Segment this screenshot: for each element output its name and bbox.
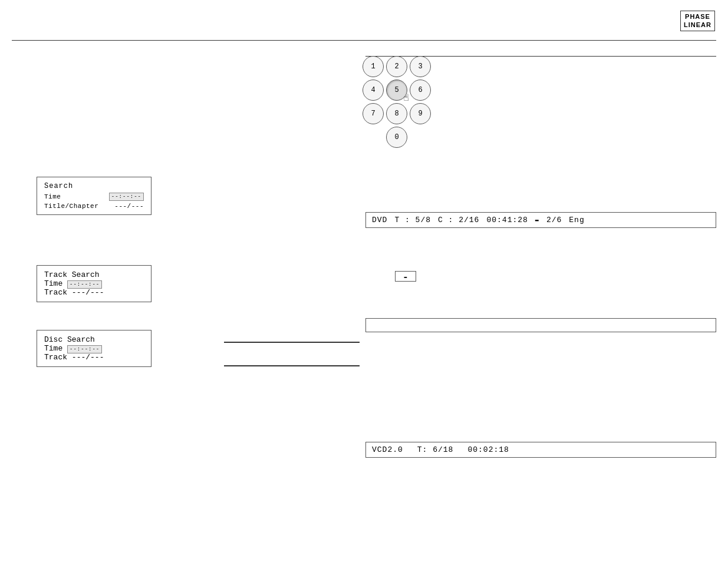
- dvd-chapter-info: C : 2/16: [438, 216, 479, 224]
- disc-search-time-label: Time: [44, 344, 62, 353]
- small-icon-box: ▬: [395, 271, 416, 282]
- vcd-status-bar: VCD2.0 T: 6/18 00:02:18: [365, 442, 716, 458]
- disc-search-time-row: Time --:--:--: [44, 344, 144, 353]
- numpad-key-2[interactable]: 2: [386, 56, 407, 77]
- numpad-key-5[interactable]: 5 ☝: [386, 80, 407, 101]
- track-search-time-value: --:--:--: [67, 280, 102, 289]
- dvd-search-time-row: Time --:--:--: [44, 193, 144, 201]
- dvd-search-time-label: Time: [44, 193, 61, 200]
- small-icon-symbol: ▬: [404, 274, 407, 279]
- dvd-search-title: Search: [44, 182, 144, 190]
- dvd-search-box: Search Time --:--:-- Title/Chapter ---/-…: [37, 177, 151, 215]
- top-divider: [12, 40, 716, 41]
- disc-search-time-value: --:--:--: [67, 345, 102, 353]
- dvd-title-info: T : 5/8: [394, 216, 431, 224]
- numpad-key-6[interactable]: 6: [410, 80, 431, 101]
- dvd-search-chapter-label: Title/Chapter: [44, 203, 98, 210]
- numpad-key-9[interactable]: 9: [410, 103, 431, 124]
- vcd-time-info: 00:02:18: [467, 445, 509, 454]
- track-search-track-value: ---/---: [72, 288, 104, 297]
- numpad: 1 2 3 4 5 ☝ 6 7 8 9 0: [363, 56, 431, 148]
- vcd-track-info: T: 6/18: [417, 445, 454, 454]
- numpad-key-7[interactable]: 7: [363, 103, 384, 124]
- numpad-key-4[interactable]: 4: [363, 80, 384, 101]
- dvd-search-chapter-value: ---/---: [114, 203, 144, 210]
- dvd-lang-info: Eng: [569, 216, 584, 224]
- track-search-box: Track Search Time --:--:-- Track ---/---: [37, 265, 151, 302]
- track-search-track-row: Track ---/---: [44, 288, 144, 297]
- disc-search-track-label: Track: [44, 353, 67, 362]
- dvd-audio-icon: ▬: [535, 217, 539, 223]
- dvd-time-info: 00:41:28: [486, 216, 528, 224]
- dvd-format-label: DVD: [372, 216, 387, 224]
- logo-line2: LINEAR: [684, 21, 711, 29]
- dvd-audio-info: 2/6: [546, 216, 562, 224]
- dvd-search-chapter-row: Title/Chapter ---/---: [44, 203, 144, 210]
- mid-divider-2: [224, 365, 360, 366]
- numpad-key-0[interactable]: 0: [386, 127, 407, 148]
- disc-search-track-row: Track ---/---: [44, 353, 144, 362]
- mid-divider-1: [224, 342, 360, 343]
- numpad-key-1[interactable]: 1: [363, 56, 384, 77]
- track-search-time-label: Time: [44, 279, 62, 288]
- disc-search-box: Disc Search Time --:--:-- Track ---/---: [37, 330, 151, 367]
- text-input-bar[interactable]: [365, 318, 716, 332]
- track-search-time-row: Time --:--:--: [44, 279, 144, 288]
- finger-icon: ☝: [403, 92, 409, 104]
- dvd-status-bar: DVD T : 5/8 C : 2/16 00:41:28 ▬ 2/6 Eng: [365, 212, 716, 228]
- dvd-search-time-value: --:--:--: [109, 193, 144, 201]
- disc-search-title: Disc Search: [44, 335, 144, 344]
- disc-search-track-value: ---/---: [72, 353, 104, 362]
- vcd-format-label: VCD2.0: [372, 445, 403, 454]
- numpad-key-8[interactable]: 8: [386, 103, 407, 124]
- track-search-title: Track Search: [44, 270, 144, 279]
- logo-line1: PHASE: [684, 12, 711, 21]
- numpad-key-3[interactable]: 3: [410, 56, 431, 77]
- track-search-track-label: Track: [44, 288, 67, 297]
- brand-logo: PHASE LINEAR: [680, 11, 715, 31]
